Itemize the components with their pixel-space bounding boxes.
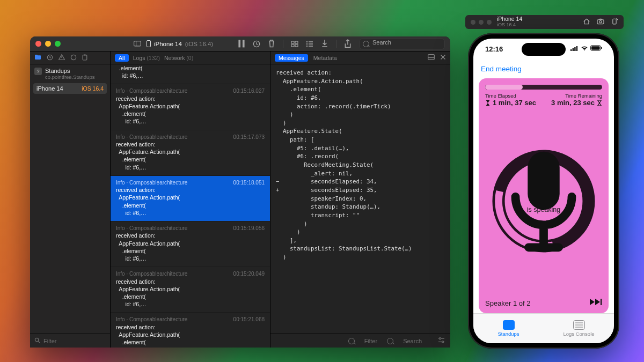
app-name: Standups [45,68,94,74]
iphone-frame: 12:16 End meeting Time Elapsed 1 min, 37… [468,33,619,349]
phone-icon [147,40,151,47]
standups-icon [503,320,515,330]
svg-rect-8 [295,45,298,47]
log-entry[interactable]: .element( id: #6,… [111,64,270,84]
log-entry[interactable]: Info · Composablearchitecture00:15:18.05… [111,176,270,221]
warning-icon[interactable] [58,54,65,61]
nav-bar: End meeting [473,61,614,76]
logs-header: All Logs (132) Network (0) [111,51,270,64]
iphone-screen: 12:16 End meeting Time Elapsed 1 min, 37… [473,39,614,343]
filter-label[interactable]: Filter [364,338,377,344]
window-controls [35,41,61,47]
log-entry[interactable]: Info · Composablearchitecture00:15:17.07… [111,130,270,176]
battery-icon [590,45,602,51]
log-entry[interactable]: Info · Composablearchitecture00:15:20.04… [111,267,270,313]
svg-point-20 [35,338,38,341]
svg-rect-32 [613,19,616,24]
log-entry[interactable]: Info · Composablearchitecture00:15:21.06… [111,313,270,348]
search-label[interactable]: Search [403,338,422,344]
close-icon[interactable] [35,41,41,47]
sidebar: ? Standups co.pointfree.Standups iPhone … [30,51,111,348]
sidebar-device-row[interactable]: iPhone 14 iOS 16.4 [33,83,107,94]
rotate-icon[interactable] [611,18,618,26]
tab-metadata[interactable]: Metadata [313,55,337,61]
svg-rect-14 [309,46,313,47]
share-icon[interactable] [344,40,352,48]
sidebar-app[interactable]: ? Standups co.pointfree.Standups [30,64,110,81]
svg-point-31 [599,21,602,23]
grid-view-icon[interactable] [291,40,298,48]
search-icon[interactable] [387,338,393,344]
progress-fill [485,85,523,90]
trash-icon[interactable] [268,40,275,48]
device-name: iPhone 14 [154,41,182,47]
dynamic-island [522,43,566,56]
svg-rect-0 [134,41,141,46]
device-chip[interactable]: iPhone 14 (iOS 16.4) [147,40,213,47]
svg-rect-2 [238,40,240,48]
log-entry[interactable]: Info · Composablearchitecture00:15:19.05… [111,221,270,267]
close-panel-icon[interactable] [440,54,446,61]
log-entry[interactable]: Info · Composablearchitecture00:15:16.02… [111,84,270,130]
device-os: (iOS 16.4) [185,41,213,47]
wifi-icon [581,46,588,51]
mic-icon [487,147,600,262]
bundle-id: co.pointfree.Standups [45,74,94,80]
sidebar-filter[interactable]: Filter [30,334,110,348]
detail-body[interactable]: received action: AppFeature.Action.path(… [270,64,450,334]
search-placeholder: Search [372,39,391,46]
home-icon[interactable] [583,18,590,26]
svg-rect-5 [291,41,294,43]
folder-icon[interactable] [34,54,41,61]
tab-standups[interactable]: Standups [473,314,544,343]
tab-messages[interactable]: Messages [275,54,308,62]
filter-all-pill[interactable]: All [115,54,129,62]
screenshot-icon[interactable] [597,18,604,26]
clipboard-icon[interactable] [82,54,87,62]
end-meeting-button[interactable]: End meeting [481,65,522,73]
device-os-label: iOS 16.4 [82,85,104,92]
info-icon[interactable] [70,54,77,62]
minimize-icon[interactable] [45,41,51,47]
hourglass-fill-icon [485,100,491,106]
titlebar-search[interactable]: Search [359,39,445,49]
logs-list[interactable]: .element( id: #6,…Info · Composablearchi… [111,64,270,348]
tab-logs-console[interactable]: Logs Console [544,314,614,343]
panel-toggle-icon[interactable] [428,54,435,61]
svg-line-21 [38,341,40,343]
progress-bar [485,85,602,90]
tray-window-controls[interactable] [471,20,492,25]
svg-point-17 [71,55,76,60]
simulator-tray: iPhone 14 iOS 16.4 [465,15,624,29]
clock-small-icon[interactable] [47,54,53,62]
filter-network[interactable]: Network (0) [164,55,193,61]
pause-icon[interactable] [238,40,245,48]
svg-point-11 [306,43,308,44]
scroll-bottom-icon[interactable] [321,40,328,48]
list-view-icon[interactable] [306,40,313,48]
console-window: iPhone 14 (iOS 16.4) Search [30,36,450,348]
svg-rect-19 [84,54,86,55]
svg-rect-35 [574,47,575,51]
speaker-count-label: Speaker 1 of 2 [485,299,531,307]
meeting-card: Time Elapsed 1 min, 37 sec Time Remainin… [479,78,609,313]
clock-icon[interactable] [253,40,260,48]
tab-logs-label: Logs Console [563,331,594,337]
skip-forward-button[interactable] [589,298,602,308]
svg-rect-3 [243,40,245,48]
hourglass-outline-icon [597,100,602,106]
zoom-icon[interactable] [55,41,61,47]
svg-rect-7 [291,45,294,47]
filter-icon[interactable] [348,338,355,344]
detail-header: Messages Metadata [270,51,450,64]
svg-rect-36 [576,46,577,51]
speaker-ring: A is speaking [485,107,602,295]
svg-point-13 [306,45,308,46]
settings-icon[interactable] [438,337,445,344]
sidebar-toggle-icon[interactable] [134,40,141,48]
logs-console-icon [573,320,585,330]
filter-icon [34,337,40,344]
svg-rect-33 [570,49,572,51]
filter-logs[interactable]: Logs (132) [133,55,160,61]
svg-rect-6 [295,41,298,43]
